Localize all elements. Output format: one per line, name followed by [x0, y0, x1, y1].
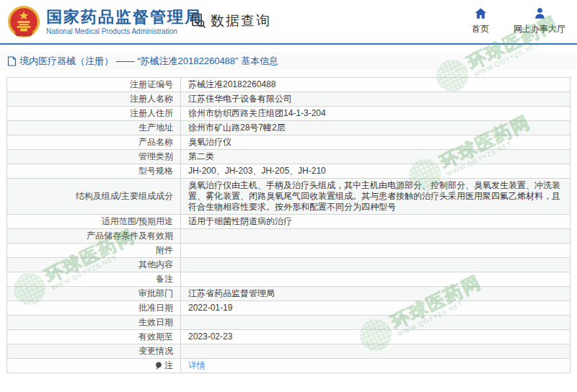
page: 国家药品监督管理局 National Medical Products Admi… [0, 0, 577, 392]
table-row: 附件 [7, 244, 571, 258]
field-value: 苏械注准20182260488 [181, 78, 571, 92]
field-label: 生产地址 [7, 121, 181, 135]
table-row: 审批部门江苏省药品监督管理局 [7, 287, 571, 301]
field-label: 审批部门 [7, 287, 181, 301]
field-value: 2022-01-19 [181, 301, 571, 316]
table-row: 结构及组成/主要组成成分臭氧治疗仪由主机、手柄及治疗头组成，其中主机由电源部分、… [7, 179, 571, 215]
table-row: 型号规格JH-200、JH-203、JH-205、JH-210 [7, 164, 571, 179]
field-label: 附件 [7, 244, 181, 258]
field-label: 型号规格 [7, 164, 181, 179]
national-emblem-logo [7, 5, 40, 38]
field-label: 产品储存条件及有效期 [7, 229, 181, 244]
home-icon [474, 6, 488, 20]
field-value [181, 244, 571, 258]
field-label: 其他内容 [7, 258, 181, 272]
table-row: 其他内容 [7, 258, 571, 272]
field-value [181, 316, 571, 330]
field-value: 详情 [181, 359, 571, 373]
field-label: 注册人住所 [7, 107, 181, 121]
field-value: 适用于细菌性阴道病的治疗 [181, 215, 571, 229]
brand: 国家药品监督管理局 National Medical Products Admi… [7, 5, 202, 38]
field-value: JH-200、JH-203、JH-205、JH-210 [181, 164, 571, 179]
field-label: 结构及组成/主要组成成分 [7, 179, 181, 215]
field-label: 注册人名称 [7, 92, 181, 107]
nav-service-hall-label: 网上办事大厅 [514, 23, 565, 35]
field-label-text: 注 [164, 360, 173, 371]
table-row: 批准日期2022-01-19 [7, 301, 571, 316]
table-row: 注册证编号苏械注准20182260488 [7, 78, 571, 92]
table-row: 注册人住所徐州市纺织西路关庄组团14-1-3-204 [7, 107, 571, 121]
field-value: 臭氧治疗仪由主机、手柄及治疗头组成，其中主机由电源部分、控制部分、臭氧发生装置、… [181, 179, 571, 215]
note-icon [155, 362, 162, 370]
field-value [181, 258, 571, 272]
table-wrap: 注册证编号苏械注准20182260488注册人名称江苏佳华电子设备有限公司注册人… [6, 77, 571, 373]
person-icon [533, 6, 547, 20]
field-value: 第二类 [181, 150, 571, 164]
field-label: 注 [7, 359, 181, 373]
brand-subtitle: National Medical Products Administration [46, 27, 202, 35]
field-label: 注册证编号 [7, 78, 181, 92]
table-row: 变更情况 [7, 344, 571, 359]
nav-home[interactable]: 首页 [472, 6, 489, 35]
data-query-title: 数据查询 [211, 12, 271, 30]
brand-text: 国家药品监督管理局 National Medical Products Admi… [46, 8, 202, 35]
field-value: 徐州市矿山路28号7幢2层 [181, 121, 571, 135]
table-row: 注册人名称江苏佳华电子设备有限公司 [7, 92, 571, 107]
nav-service-hall[interactable]: 网上办事大厅 [514, 6, 565, 35]
table-row: 生效日期 [7, 316, 571, 330]
field-value [181, 344, 571, 359]
table-row: 生产地址徐州市矿山路28号7幢2层 [7, 121, 571, 135]
field-label: 变更情况 [7, 344, 181, 359]
field-value: 臭氧治疗仪 [181, 135, 571, 150]
table-row: 备注 [7, 272, 571, 287]
field-value [181, 272, 571, 287]
brand-title: 国家药品监督管理局 [46, 8, 202, 27]
field-value: 2023-02-23 [181, 330, 571, 344]
table-row: 管理类别第二类 [7, 150, 571, 164]
field-label: 管理类别 [7, 150, 181, 164]
data-query-section: 数据查询 [190, 12, 271, 30]
breadcrumb: 境内医疗器械（注册） —— “苏械注准20182260488” 基本信息 [0, 52, 577, 71]
detail-link[interactable]: 详情 [188, 360, 206, 370]
table-row: 适用范围/预期用途适用于细菌性阴道病的治疗 [7, 215, 571, 229]
site-header: 国家药品监督管理局 National Medical Products Admi… [0, 0, 577, 45]
field-label: 备注 [7, 272, 181, 287]
field-value [181, 229, 571, 244]
field-label: 适用范围/预期用途 [7, 215, 181, 229]
nav-home-label: 首页 [472, 23, 489, 35]
table-row: 产品名称臭氧治疗仪 [7, 135, 571, 150]
field-label: 批准日期 [7, 301, 181, 316]
table-row: 产品储存条件及有效期 [7, 229, 571, 244]
field-value: 江苏佳华电子设备有限公司 [181, 92, 571, 107]
field-value: 徐州市纺织西路关庄组团14-1-3-204 [181, 107, 571, 121]
breadcrumb-text: 境内医疗器械（注册） —— “苏械注准20182260488” 基本信息 [19, 55, 278, 68]
info-table-body: 注册证编号苏械注准20182260488注册人名称江苏佳华电子设备有限公司注册人… [7, 78, 571, 373]
data-query-icon [190, 12, 207, 30]
document-icon [7, 56, 17, 66]
header-nav: 首页 网上办事大厅 [472, 6, 565, 35]
table-row: 注详情 [7, 359, 571, 373]
info-table: 注册证编号苏械注准20182260488注册人名称江苏佳华电子设备有限公司注册人… [6, 77, 571, 373]
table-row: 有效期至2023-02-23 [7, 330, 571, 344]
field-label: 有效期至 [7, 330, 181, 344]
field-label: 产品名称 [7, 135, 181, 150]
field-label: 生效日期 [7, 316, 181, 330]
field-value: 江苏省药品监督管理局 [181, 287, 571, 301]
